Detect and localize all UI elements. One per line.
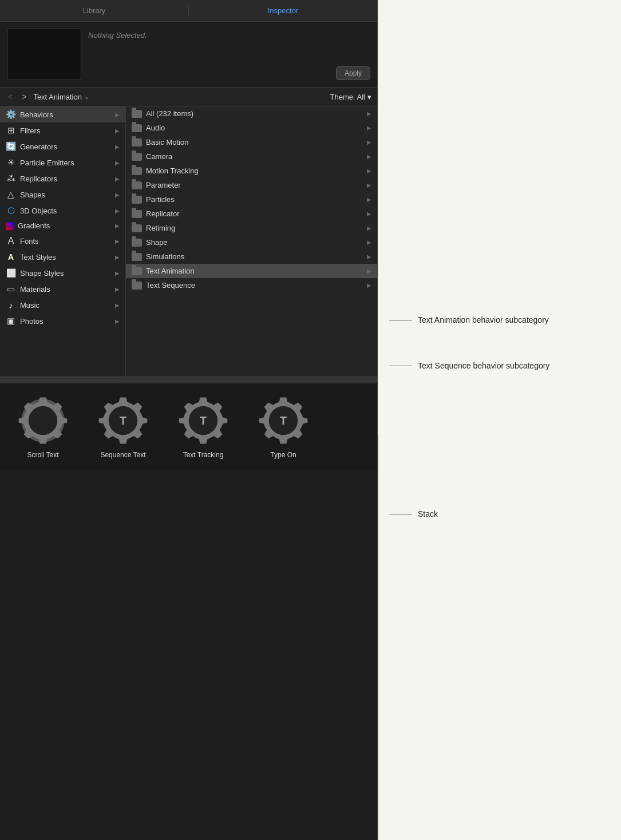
folder-icon-retiming [132,224,142,232]
content-item-sequence-text[interactable]: T Sequence Text [89,395,157,459]
subcategory-motion-tracking[interactable]: Motion Tracking ▶ [126,164,377,178]
shape-styles-arrow-icon: ▶ [115,270,120,276]
svg-text:T: T [200,414,207,427]
photos-icon: ▣ [6,316,16,326]
annotation-dash-2 [389,366,412,366]
nav-title-chevron: ⌄ [84,93,89,101]
text-tracking-label: Text Tracking [183,451,224,459]
subcategory-particles[interactable]: Particles ▶ [126,192,377,207]
sidebar-item-music[interactable]: ♪ Music ▶ [0,297,125,313]
particle-emitters-arrow-icon: ▶ [115,160,120,166]
nav-title[interactable]: Text Animation ⌄ [33,93,89,101]
subcategory-parameter[interactable]: Parameter ▶ [126,178,377,192]
content-item-text-tracking[interactable]: T Text Tracking [169,395,238,459]
nav-bar: < > Text Animation ⌄ Theme: All ▾ [0,88,377,106]
sidebar-item-replicators[interactable]: ⁂ Replicators ▶ [0,171,125,187]
folder-icon-text-sequence [132,282,142,290]
sidebar-item-gradients[interactable]: Gradients ▶ [0,219,125,233]
sidebar-item-filters[interactable]: ⊞ Filters ▶ [0,122,125,138]
annotation-text-animation: Text Animation behavior subcategory [389,315,610,326]
subcategory-basic-motion-arrow: ▶ [367,139,371,145]
browser: ⚙️ Behaviors ▶ ⊞ Filters ▶ 🔄 Generators … [0,106,377,377]
browser-wrapper: ⚙️ Behaviors ▶ ⊞ Filters ▶ 🔄 Generators … [0,106,377,381]
subcategory-audio[interactable]: Audio ▶ [126,121,377,135]
subcategory-simulations-arrow: ▶ [367,253,371,260]
materials-icon: ▭ [6,284,16,294]
subcategory-list: All (232 items) ▶ Audio ▶ Basic Motion ▶… [126,106,377,377]
filters-icon: ⊞ [6,125,16,136]
sidebar-item-photos[interactable]: ▣ Photos ▶ [0,313,125,329]
sidebar-item-shape-styles[interactable]: ⬜ Shape Styles ▶ [0,265,125,281]
replicators-arrow-icon: ▶ [115,176,120,182]
content-item-type-on[interactable]: T Type On [249,395,318,459]
sidebar-item-shapes[interactable]: △ Shapes ▶ [0,187,125,203]
tab-bar: Library Inspector [0,0,377,22]
folder-icon-particles [132,196,142,204]
subcategory-text-sequence-arrow: ▶ [367,282,371,288]
sidebar-item-text-styles[interactable]: A Text Styles ▶ [0,249,125,265]
materials-arrow-icon: ▶ [115,286,120,292]
shapes-arrow-icon: ▶ [115,192,120,198]
svg-text:T: T [120,414,126,427]
annotation-text-sequence-label: Text Sequence behavior subcategory [418,360,549,372]
sidebar-item-materials[interactable]: ▭ Materials ▶ [0,281,125,297]
subcategory-retiming[interactable]: Retiming ▶ [126,221,377,235]
subcategory-motion-tracking-arrow: ▶ [367,168,371,174]
theme-select[interactable]: Theme: All ▾ [330,93,371,101]
stack-line [378,435,378,840]
tab-library[interactable]: Library [0,0,188,21]
text-styles-arrow-icon: ▶ [115,254,120,260]
3d-objects-arrow-icon: ▶ [115,208,120,214]
subcategory-shape-arrow: ▶ [367,239,371,245]
subcategory-text-sequence[interactable]: Text Sequence ▶ [126,278,377,292]
content-wrapper: Scroll Text T Sequence Text [0,381,377,840]
sidebar-item-fonts[interactable]: A Fonts ▶ [0,233,125,249]
sidebar-item-3d-objects[interactable]: ⬡ 3D Objects ▶ [0,203,125,219]
shapes-icon: △ [6,189,16,200]
subcategory-replicator[interactable]: Replicator ▶ [126,207,377,221]
subcategory-camera[interactable]: Camera ▶ [126,149,377,164]
nav-back-button[interactable]: < [6,91,15,102]
gear-icon-text-tracking: T [177,395,229,446]
svg-point-1 [29,406,57,435]
apply-button[interactable]: Apply [336,66,370,80]
subcategory-audio-arrow: ▶ [367,125,371,131]
annotation-dash-3 [389,514,412,514]
subcategory-simulations[interactable]: Simulations ▶ [126,249,377,264]
subcategory-basic-motion[interactable]: Basic Motion ▶ [126,135,377,149]
type-on-label: Type On [270,451,296,459]
subcategory-all[interactable]: All (232 items) ▶ [126,106,377,121]
sidebar-item-behaviors[interactable]: ⚙️ Behaviors ▶ [0,106,125,122]
replicators-icon: ⁂ [6,173,16,184]
shape-styles-icon: ⬜ [6,268,16,278]
subcategory-replicator-arrow: ▶ [367,211,371,217]
content-item-scroll-text[interactable]: Scroll Text [9,395,77,459]
subcategory-text-animation[interactable]: Text Animation ▶ [126,264,377,278]
folder-icon-basic-motion [132,138,142,146]
photos-arrow-icon: ▶ [115,318,120,324]
tab-inspector[interactable]: Inspector [189,0,377,21]
filters-arrow-icon: ▶ [115,128,120,134]
content-area: Scroll Text T Sequence Text [0,383,377,470]
gear-icon-sequence-text: T [97,395,149,446]
particle-emitters-icon: ✳ [6,157,16,168]
category-list: ⚙️ Behaviors ▶ ⊞ Filters ▶ 🔄 Generators … [0,106,126,377]
nav-forward-button[interactable]: > [19,91,29,102]
text-styles-icon: A [6,252,16,262]
left-panel: Library Inspector Nothing Selected. Appl… [0,0,378,840]
sidebar-item-generators[interactable]: 🔄 Generators ▶ [0,138,125,154]
generators-arrow-icon: ▶ [115,144,120,150]
gradients-icon [6,222,14,230]
scroll-text-label: Scroll Text [27,451,58,459]
sidebar-item-particle-emitters[interactable]: ✳ Particle Emitters ▶ [0,154,125,171]
annotation-stack-label: Stack [418,509,438,520]
folder-icon-all [132,110,142,118]
3d-objects-icon: ⬡ [6,205,16,216]
fonts-icon: A [6,236,16,246]
subcategory-shape[interactable]: Shape ▶ [126,235,377,249]
annotation-stack: Stack [389,509,610,520]
folder-icon-text-animation [132,267,142,275]
gear-wrapper-scroll-text [17,395,69,446]
behaviors-arrow-icon: ▶ [115,112,120,118]
folder-icon-audio [132,124,142,132]
